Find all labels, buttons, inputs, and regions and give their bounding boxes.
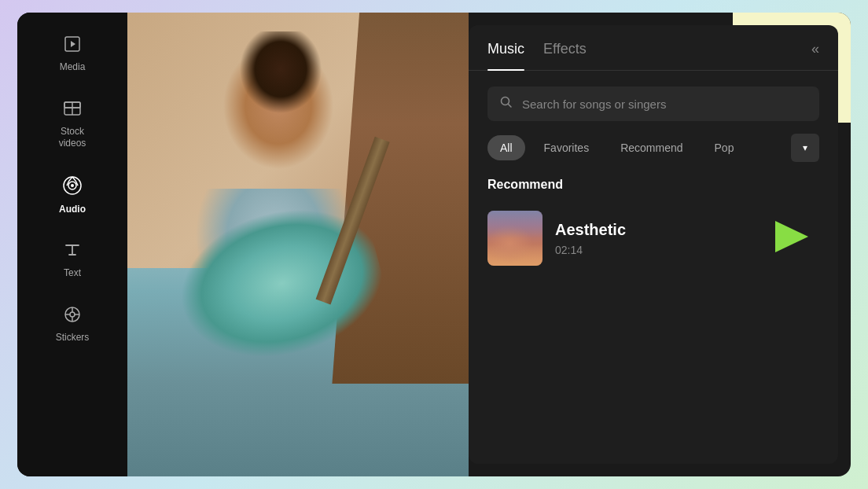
chevron-down-icon: ▾	[803, 142, 807, 153]
music-item[interactable]: Aesthetic 02:14	[487, 204, 819, 272]
svg-marker-17	[775, 221, 808, 252]
sidebar-item-stock-videos[interactable]: Stockvideos	[29, 90, 116, 160]
audio-icon	[62, 175, 83, 199]
right-panel: Music Effects «	[469, 25, 838, 464]
main-content: Music Effects «	[127, 13, 851, 476]
stock-videos-icon	[63, 99, 82, 121]
svg-point-10	[70, 312, 75, 317]
svg-point-8	[71, 184, 74, 187]
svg-marker-1	[71, 41, 75, 47]
video-bg	[127, 13, 469, 476]
tab-music[interactable]: Music	[487, 41, 524, 70]
sidebar-item-label-stickers: Stickers	[56, 332, 90, 344]
sidebar-item-label-media: Media	[60, 61, 86, 74]
tab-effects[interactable]: Effects	[543, 41, 587, 70]
music-title: Aesthetic	[555, 221, 756, 239]
video-preview	[127, 13, 469, 476]
search-bar[interactable]: Search for songs or singers	[487, 86, 819, 121]
video-thumbnail	[127, 13, 469, 476]
search-icon	[500, 96, 513, 112]
sidebar-item-label-stock-videos: Stockvideos	[59, 126, 86, 150]
music-thumbnail	[487, 211, 542, 266]
sidebar-item-media[interactable]: Media	[29, 25, 116, 83]
media-icon	[63, 35, 82, 57]
filter-pop[interactable]: Pop	[702, 135, 747, 160]
filter-favorites[interactable]: Favorites	[531, 135, 602, 160]
music-duration: 02:14	[555, 244, 756, 256]
filter-recommend[interactable]: Recommend	[608, 135, 695, 160]
sidebar-item-label-audio: Audio	[59, 204, 86, 216]
collapse-button[interactable]: «	[811, 41, 819, 70]
app-container: Media Stockvideos	[17, 13, 851, 476]
text-icon	[63, 241, 82, 263]
search-area: Search for songs or singers	[469, 71, 838, 134]
sidebar: Media Stockvideos	[17, 13, 127, 476]
thumbnail-sky	[487, 211, 542, 238]
search-placeholder: Search for songs or singers	[522, 97, 807, 111]
sidebar-item-audio[interactable]: Audio	[29, 166, 116, 226]
filter-all[interactable]: All	[487, 135, 525, 160]
sidebar-item-label-text: Text	[64, 267, 81, 280]
svg-line-16	[509, 105, 512, 108]
sidebar-item-stickers[interactable]: Stickers	[29, 296, 116, 354]
tabs-header: Music Effects «	[469, 25, 838, 71]
music-section: Recommend Aesthetic 02:14	[469, 178, 838, 272]
stickers-icon	[63, 305, 82, 327]
section-title-recommend: Recommend	[487, 178, 819, 192]
thumbnail-cloud	[487, 244, 542, 266]
sidebar-item-text[interactable]: Text	[29, 231, 116, 289]
filter-dropdown-button[interactable]: ▾	[791, 134, 819, 162]
filter-row: All Favorites Recommend Pop ▾	[469, 134, 838, 178]
music-info: Aesthetic 02:14	[555, 221, 756, 256]
play-button[interactable]	[769, 215, 813, 262]
